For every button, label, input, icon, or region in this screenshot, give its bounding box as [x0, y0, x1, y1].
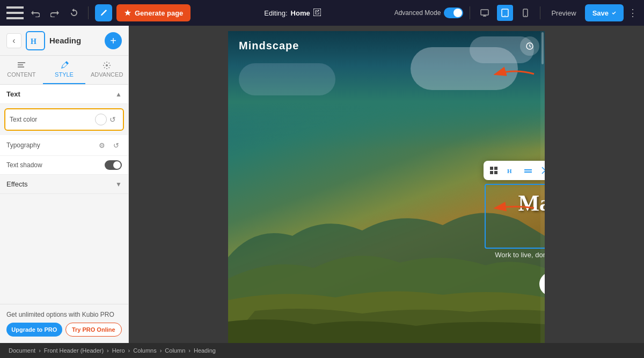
sidebar: ‹ H Heading + CONTENT STYLE ADVANCED — [0, 26, 129, 343]
svg-point-6 — [505, 15, 506, 16]
tablet-view-button[interactable] — [497, 5, 513, 21]
toolbar-expand-button[interactable] — [537, 163, 545, 178]
svg-point-13 — [106, 64, 108, 66]
back-button[interactable]: ‹ — [6, 33, 21, 48]
breadcrumb-sep5: › — [188, 347, 191, 354]
svg-rect-2 — [6, 17, 24, 19]
text-color-label: Text color — [10, 116, 95, 123]
toolbar-heading-type-button[interactable]: H — [503, 163, 519, 178]
topbar-right: Advanced Mode Preview Save ⋮ — [394, 4, 638, 21]
typography-row: Typography ⚙ ↺ — [0, 135, 128, 156]
annotation-arrow-1 — [494, 58, 537, 92]
typography-settings-button[interactable]: ⚙ — [96, 139, 108, 151]
tab-advanced[interactable]: ADVANCED — [85, 56, 128, 84]
tab-style[interactable]: STYLE — [43, 56, 86, 84]
breadcrumb-column[interactable]: Column — [165, 347, 185, 354]
sidebar-tabs: CONTENT STYLE ADVANCED — [0, 56, 128, 85]
save-button[interactable]: Save — [585, 4, 624, 21]
hero-circle-button[interactable] — [520, 36, 539, 56]
try-pro-online-button[interactable]: Try PRO Online — [65, 323, 122, 337]
desktop-view-button[interactable] — [477, 5, 493, 21]
typography-reset-button[interactable]: ↺ — [110, 139, 122, 151]
toolbar-element-selector[interactable] — [520, 163, 536, 178]
svg-rect-4 — [481, 10, 488, 15]
svg-rect-15 — [490, 167, 493, 170]
breadcrumb-hero[interactable]: Hero — [112, 347, 125, 354]
pro-buttons: Upgrade to PRO Try PRO Online — [6, 323, 122, 337]
breadcrumb-document[interactable]: Document — [9, 347, 35, 354]
sidebar-title: Heading — [49, 36, 100, 45]
svg-text:H: H — [31, 38, 36, 46]
breadcrumb: Document › Front Header (Header) › Hero … — [0, 343, 644, 358]
canvas-wrapper: Mindscape — [228, 31, 545, 343]
hero-brand: Mindscape — [239, 40, 299, 52]
text-section-collapse[interactable]: ▲ — [115, 91, 122, 98]
advanced-mode-toggle[interactable]: Advanced Mode — [394, 8, 464, 18]
topbar: Generate page Editing: Home Advanced Mod… — [0, 0, 644, 26]
text-shadow-toggle[interactable] — [105, 160, 122, 170]
more-options-button[interactable]: ⋮ — [628, 7, 638, 19]
breadcrumb-columns[interactable]: Columns — [133, 347, 156, 354]
text-section-label: Text — [6, 90, 115, 98]
hero-subtext: Work to live, don't live to work, and tr… — [485, 251, 545, 259]
divider — [88, 6, 89, 19]
svg-point-8 — [525, 15, 526, 16]
sidebar-header: ‹ H Heading + — [0, 26, 128, 56]
svg-rect-16 — [494, 167, 497, 170]
page-link-icon[interactable] — [313, 9, 321, 18]
effects-label: Effects — [6, 180, 115, 188]
edit-button[interactable] — [95, 4, 112, 21]
preview-button[interactable]: Preview — [547, 9, 580, 17]
sidebar-content: Text ▲ Text color ↺ Typography ⚙ ↺ Text … — [0, 85, 128, 304]
main-area: ‹ H Heading + CONTENT STYLE ADVANCED — [0, 26, 644, 343]
toolbar-layout-button[interactable] — [486, 163, 502, 178]
advanced-mode-switch[interactable] — [444, 8, 463, 18]
menu-button[interactable] — [6, 4, 24, 21]
svg-rect-11 — [18, 64, 23, 65]
breadcrumb-sep3: › — [128, 347, 130, 354]
cloud-shape-3 — [239, 63, 335, 95]
breadcrumb-sep4: › — [160, 347, 162, 354]
svg-rect-21 — [524, 171, 532, 173]
effects-collapse-button[interactable]: ▼ — [115, 181, 122, 188]
text-color-reset-button[interactable]: ↺ — [107, 114, 119, 125]
pro-banner: Get unlimited options with Kubio PRO Upg… — [0, 304, 128, 343]
cta-buttons-row: Let's start! Read more — [485, 272, 545, 296]
topbar-center: Editing: Home — [195, 9, 390, 18]
history-button[interactable] — [67, 5, 82, 20]
svg-rect-17 — [490, 171, 493, 174]
breadcrumb-heading[interactable]: Heading — [194, 347, 216, 354]
add-element-button[interactable]: + — [105, 32, 122, 49]
typography-actions: ⚙ ↺ — [96, 139, 122, 151]
text-shadow-row: Text shadow — [0, 156, 128, 175]
topbar-left: Generate page — [6, 4, 191, 21]
scroll-thumb — [541, 32, 544, 64]
undo-button[interactable] — [28, 5, 43, 20]
generate-page-button[interactable]: Generate page — [116, 4, 191, 21]
floating-toolbar: H T H1 ≡ Aa B — [484, 161, 545, 180]
mobile-view-button[interactable] — [517, 5, 533, 21]
tab-content[interactable]: CONTENT — [0, 56, 43, 84]
svg-rect-12 — [18, 66, 24, 68]
divider2 — [470, 6, 470, 19]
text-section-header: Text ▲ — [0, 85, 128, 104]
text-color-row: Text color ↺ — [4, 108, 124, 131]
svg-rect-18 — [494, 171, 497, 174]
canvas-area: Mindscape — [129, 26, 644, 343]
redo-button[interactable] — [47, 5, 62, 20]
breadcrumb-front-header[interactable]: Front Header (Header) — [44, 347, 104, 354]
breadcrumb-sep2: › — [107, 347, 109, 354]
pro-banner-text: Get unlimited options with Kubio PRO — [6, 311, 122, 318]
divider3 — [540, 6, 540, 19]
cta-primary-button[interactable]: Let's start! — [539, 272, 545, 296]
svg-rect-0 — [6, 6, 24, 9]
heading-element-icon: H — [26, 31, 45, 50]
svg-rect-20 — [524, 169, 532, 170]
svg-rect-3 — [313, 9, 321, 16]
text-shadow-label: Text shadow — [6, 161, 105, 169]
svg-rect-10 — [18, 62, 25, 63]
color-picker-button[interactable] — [95, 114, 107, 125]
upgrade-to-pro-button[interactable]: Upgrade to PRO — [6, 323, 62, 337]
svg-text:H: H — [507, 168, 512, 174]
annotation-arrow-2 — [494, 197, 537, 221]
